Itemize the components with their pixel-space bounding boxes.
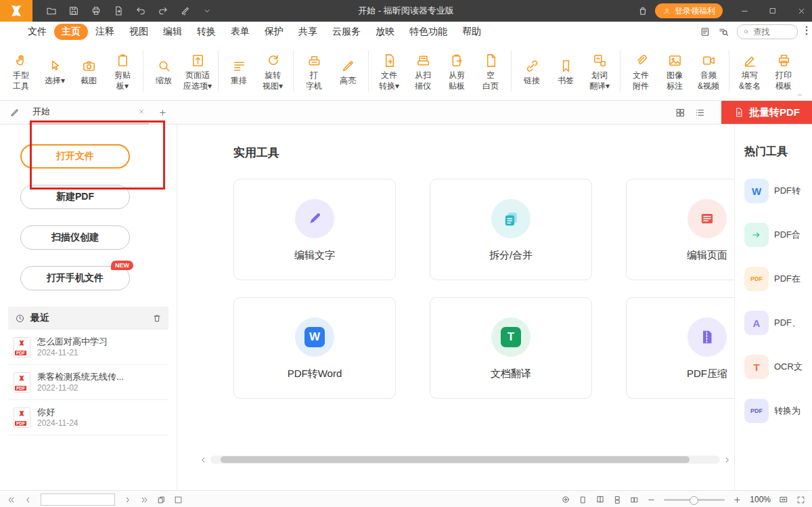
ribbon-button-zoom[interactable]: 缩放: [147, 44, 181, 98]
list-view-icon[interactable]: [695, 108, 705, 118]
open-mobile-file-button[interactable]: 打开手机文件 NEW: [20, 266, 130, 290]
new-pdf-button[interactable]: 新建PDF: [20, 185, 130, 209]
menu-item-form[interactable]: 表单: [223, 24, 257, 40]
scroll-right-icon[interactable]: [723, 456, 731, 464]
tab-start[interactable]: 开始: [28, 101, 149, 125]
prev-page-button[interactable]: [24, 495, 32, 504]
save-icon[interactable]: [68, 5, 79, 16]
collapse-ribbon-icon[interactable]: [796, 91, 804, 99]
redo-icon[interactable]: [158, 5, 168, 16]
search-input[interactable]: [752, 26, 792, 37]
more-options-icon[interactable]: [805, 26, 808, 38]
snapshot-tool-button[interactable]: [174, 495, 183, 504]
menu-item-view[interactable]: 视图: [122, 24, 156, 40]
ribbon-button-image-annotation[interactable]: 图像 标注: [658, 44, 692, 98]
reader-mode-icon[interactable]: [700, 26, 710, 37]
zoom-level[interactable]: 100%: [750, 495, 771, 504]
fullscreen-button[interactable]: [796, 495, 805, 504]
hot-tool-pdf-online[interactable]: PDF PDF在: [744, 267, 812, 291]
hot-tool-pdf-merge[interactable]: PDF合: [744, 223, 812, 247]
menu-item-home[interactable]: 主页: [54, 24, 88, 40]
scrollbar-track[interactable]: [210, 456, 720, 464]
scroll-left-icon[interactable]: [200, 456, 207, 464]
menu-item-comment[interactable]: 注释: [88, 24, 122, 40]
zoom-slider[interactable]: [664, 499, 725, 501]
maximize-button[interactable]: [762, 0, 784, 22]
ribbon-button-reflow[interactable]: 重排: [222, 44, 256, 98]
continuous-view-button[interactable]: [613, 495, 622, 504]
menu-item-present[interactable]: 放映: [368, 24, 402, 40]
menu-item-file[interactable]: 文件: [20, 24, 54, 40]
search-box[interactable]: [737, 24, 798, 39]
card-split-merge[interactable]: 拆分/合并: [430, 179, 592, 280]
minimize-button[interactable]: [734, 0, 755, 22]
open-file-icon[interactable]: [46, 5, 57, 16]
menu-item-edit[interactable]: 编辑: [156, 24, 189, 40]
ribbon-button-convert-file[interactable]: 文件 转换▾: [372, 44, 406, 98]
menu-item-help[interactable]: 帮助: [455, 24, 489, 40]
recent-file-row[interactable]: PDF 乘客检测系统无线传... 2022-11-02: [8, 365, 168, 400]
book-view-button[interactable]: [595, 495, 605, 504]
store-bag-icon[interactable]: [637, 5, 648, 16]
export-icon[interactable]: [113, 5, 124, 16]
customize-toolbar-chevron-icon[interactable]: [202, 6, 212, 16]
batch-convert-pdf-button[interactable]: 批量转PDF: [721, 101, 812, 124]
ribbon-button-blank-page[interactable]: 空 白页: [474, 44, 508, 98]
close-button[interactable]: [790, 0, 812, 22]
menu-item-cloud[interactable]: 云服务: [325, 24, 368, 40]
page-number-input[interactable]: [41, 493, 115, 506]
card-doc-translate[interactable]: T 文档翻译: [430, 297, 592, 399]
hot-tool-pdf-edit[interactable]: A PDF、: [744, 311, 812, 335]
zoom-in-button[interactable]: [733, 495, 742, 504]
facing-view-button[interactable]: [630, 495, 639, 504]
single-page-view-button[interactable]: [579, 495, 587, 504]
login-button[interactable]: 登录领福利: [655, 3, 723, 18]
quick-tool-icon[interactable]: [180, 5, 191, 16]
ribbon-button-hand-tool[interactable]: 手型 工具: [4, 44, 38, 98]
ribbon-button-select[interactable]: 选择▾: [38, 44, 72, 98]
trash-icon[interactable]: [152, 313, 162, 323]
ribbon-button-from-scanner[interactable]: 从扫 描仪: [406, 44, 440, 98]
menu-item-features[interactable]: 特色功能: [402, 24, 455, 40]
card-pdf-to-word[interactable]: W PDF转Word: [233, 297, 396, 399]
ribbon-button-print-template[interactable]: 打印 模板: [767, 44, 800, 98]
ribbon-button-fill-sign[interactable]: 填写 &签名: [733, 44, 767, 98]
ribbon-button-file-attachment[interactable]: 文件 附件: [624, 44, 658, 98]
recent-file-row[interactable]: PDF 你好 2024-11-24: [8, 400, 168, 435]
zoom-out-button[interactable]: [647, 495, 656, 504]
ribbon-button-snapshot[interactable]: 截图: [72, 44, 106, 98]
ribbon-button-link[interactable]: 链接: [515, 44, 549, 98]
ribbon-button-audio-video[interactable]: 音频 &视频: [692, 44, 725, 98]
new-tab-button[interactable]: [158, 108, 167, 117]
tab-close-icon[interactable]: [138, 108, 145, 115]
grid-view-icon[interactable]: [675, 108, 685, 118]
open-file-button[interactable]: 打开文件: [20, 144, 130, 169]
ribbon-button-translate[interactable]: 划词 翻译▾: [583, 44, 616, 98]
recent-file-row[interactable]: PDF 怎么面对高中学习 2024-11-21: [8, 330, 168, 365]
pencil-icon[interactable]: [9, 107, 20, 118]
hot-tool-ocr[interactable]: T OCR文: [744, 355, 812, 379]
ribbon-button-from-clipboard[interactable]: 从剪 贴板: [440, 44, 474, 98]
select-text-tool-button[interactable]: [157, 495, 166, 504]
card-edit-text[interactable]: 编辑文字: [233, 179, 396, 280]
ribbon-button-clipboard[interactable]: 剪贴 板▾: [106, 44, 139, 98]
hot-tool-pdf-to-word[interactable]: W PDF转: [744, 179, 812, 203]
actual-size-button[interactable]: [561, 495, 570, 504]
ribbon-button-highlight[interactable]: 高亮: [331, 44, 365, 98]
zoom-slider-thumb[interactable]: [690, 496, 698, 505]
menu-item-convert[interactable]: 转换: [189, 24, 223, 40]
scanner-create-button[interactable]: 扫描仪创建: [20, 225, 130, 250]
menu-item-share[interactable]: 共享: [291, 24, 325, 40]
fit-width-button[interactable]: [779, 495, 788, 504]
undo-icon[interactable]: [135, 5, 146, 16]
first-page-button[interactable]: [7, 495, 16, 504]
last-page-button[interactable]: [140, 495, 149, 504]
ribbon-button-typewriter[interactable]: 打 字机: [297, 44, 331, 98]
ribbon-button-fit-options[interactable]: 页面适 应选项▾: [181, 44, 215, 98]
next-page-button[interactable]: [123, 495, 132, 504]
ribbon-button-bookmark[interactable]: 书签: [549, 44, 583, 98]
scrollbar-thumb[interactable]: [221, 456, 690, 463]
horizontal-scrollbar[interactable]: [200, 455, 731, 464]
find-replace-icon[interactable]: [718, 26, 729, 38]
menu-item-protect[interactable]: 保护: [257, 24, 291, 40]
